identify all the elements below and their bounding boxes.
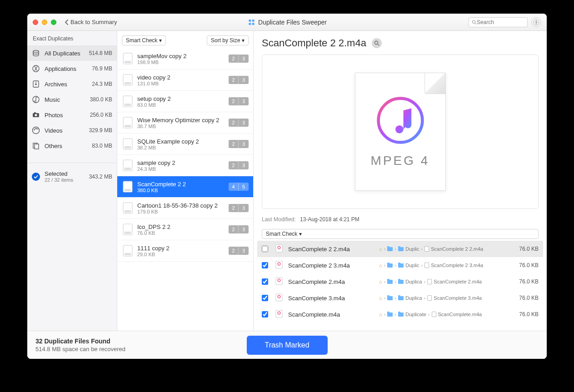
dup-count-badge: 23 [229,76,249,84]
compass-icon [533,19,539,25]
dup-checkbox[interactable] [262,278,268,285]
file-item[interactable]: Wise Memory Optimizer copy 238.7 MB 23 [117,112,253,134]
file-size: 38.2 MB [137,145,229,150]
svg-point-2 [249,22,251,25]
search-box[interactable] [469,17,528,27]
file-item[interactable]: sample copy 224.3 MB 23 [117,155,253,176]
file-item[interactable]: sampleMov copy 2198.9 MB 23 [117,48,253,69]
svg-rect-36 [125,253,131,255]
file-item[interactable]: video copy 2131.0 MB 23 [117,69,253,91]
close-window-button[interactable] [33,20,38,25]
svg-rect-24 [125,125,131,127]
sidebar-category-videos[interactable]: Videos329.9 MB [27,123,117,138]
svg-rect-40 [276,245,282,252]
dup-size: 76.0 KB [511,295,539,301]
trash-marked-button[interactable]: Trash Marked [246,336,327,355]
file-size: 380.0 KB [137,188,229,193]
sidebar-category-photos[interactable]: Photos256.0 KB [27,107,117,123]
svg-point-7 [33,50,39,52]
dup-path: ⌂› › Duplic› ScanComplete 2 3.m4a [379,263,511,268]
file-size: 179.0 KB [137,209,229,214]
duplicate-row[interactable]: ScanComplete 2.m4a ⌂› › Duplica› ScanCom… [257,273,543,290]
svg-rect-48 [276,310,282,318]
fullscreen-window-button[interactable] [51,20,56,25]
svg-point-37 [374,41,378,45]
sidebar-category-applications[interactable]: Applications76.9 MB [27,61,117,76]
dup-checkbox[interactable] [262,311,268,318]
file-icon [122,201,134,215]
category-name: Videos [45,127,89,134]
file-list-pane: Smart Check ▾ Sort by Size ▾ sampleMov c… [117,31,254,331]
back-button[interactable]: Back to Summary [65,19,117,25]
dup-checkbox[interactable] [262,262,268,268]
duplicate-row[interactable]: ScanComplete 2 3.m4a ⌂› › Duplic› ScanCo… [257,257,543,273]
file-item[interactable]: 1111 copy 229.0 KB 23 [117,240,253,262]
file-size: 198.9 MB [137,60,229,65]
detail-title: ScanComplete 2 2.m4a [262,37,366,49]
svg-rect-22 [125,104,131,106]
category-size: 24.3 MB [92,81,112,87]
folder-icon [398,247,404,251]
sidebar-category-archives[interactable]: Archives24.3 MB [27,76,117,92]
meta-value: 13-Aug-2018 at 4:21 PM [300,216,359,223]
file-item[interactable]: setup copy 283.0 MB 23 [117,91,253,112]
dup-checkbox[interactable] [262,246,268,252]
svg-rect-28 [125,168,131,170]
sidebar-selected-row[interactable]: Selected 22 / 32 items 343.2 MB [27,168,117,185]
svg-rect-16 [35,144,39,149]
sidebar-category-music[interactable]: Music380.0 KB [27,92,117,107]
category-name: Applications [45,65,92,72]
reveal-in-finder-button[interactable] [372,38,382,48]
file-name: video copy 2 [137,74,229,81]
dup-filename: ScanComplete 2 3.m4a [288,262,379,269]
sidebar-category-all-duplicates[interactable]: All Duplicates514.8 MB [27,45,117,61]
file-item[interactable]: Ico_DPS 2 276.0 KB 23 [117,219,253,240]
category-size: 83.0 MB [92,143,112,149]
search-icon [472,20,477,25]
home-icon: ⌂ [379,279,382,284]
dup-checkbox[interactable] [262,295,268,301]
file-item[interactable]: SQLite Example copy 238.2 MB 23 [117,134,253,155]
compass-button[interactable] [531,17,541,27]
folder-icon [398,296,404,300]
folder-icon [398,263,404,268]
svg-rect-42 [276,261,282,268]
home-icon: ⌂ [379,246,382,252]
minimize-window-button[interactable] [42,20,47,25]
svg-rect-32 [125,210,131,213]
svg-rect-18 [125,61,131,63]
dup-filename: ScanComplete 3.m4a [288,295,379,302]
file-size: 38.7 MB [137,124,229,129]
svg-rect-20 [125,82,131,84]
selected-label: Selected [45,170,89,177]
sidebar-category-others[interactable]: Others83.0 MB [27,138,117,154]
file-name: Wise Memory Optimizer copy 2 [137,117,229,124]
category-name: All Duplicates [45,50,89,57]
smart-check-dropdown[interactable]: Smart Check ▾ [122,35,166,45]
folder-icon [398,280,404,284]
dup-size: 76.0 KB [511,246,539,252]
file-item[interactable]: ScanComplete 2 2380.0 KB 45 [117,176,253,198]
duplicate-row[interactable]: ScanComplete.m4a ⌂› › Duplicate› ScanCom… [257,306,543,323]
dup-count-badge: 23 [229,119,249,127]
category-size: 514.8 MB [89,50,112,56]
meta-label: Last Modified: [262,216,296,223]
svg-rect-26 [125,146,131,149]
detail-smart-check-dropdown[interactable]: Smart Check ▾ [262,229,539,239]
duplicate-row[interactable]: ScanComplete 3.m4a ⌂› › Duplica› ScanCom… [257,290,543,306]
folder-icon [398,313,404,317]
category-name: Photos [45,112,90,119]
dup-count-badge: 45 [229,183,249,191]
sort-dropdown[interactable]: Sort by Size ▾ [207,35,249,45]
dup-count-badge: 23 [229,161,249,169]
file-icon [122,94,134,108]
dup-count-badge: 23 [229,225,249,233]
file-name: 1111 copy 2 [137,245,229,252]
meta-row: Last Modified: 13-Aug-2018 at 4:21 PM [254,213,547,226]
svg-point-0 [249,19,251,21]
search-input[interactable] [477,19,524,25]
dup-size: 76.0 KB [511,311,539,318]
duplicate-row[interactable]: ScanComplete 2 2.m4a ⌂› › Duplic› ScanCo… [257,241,543,257]
file-item[interactable]: Cartoon1 18-55-36-738 copy 2179.0 KB 23 [117,198,253,219]
file-name: setup copy 2 [137,95,229,102]
